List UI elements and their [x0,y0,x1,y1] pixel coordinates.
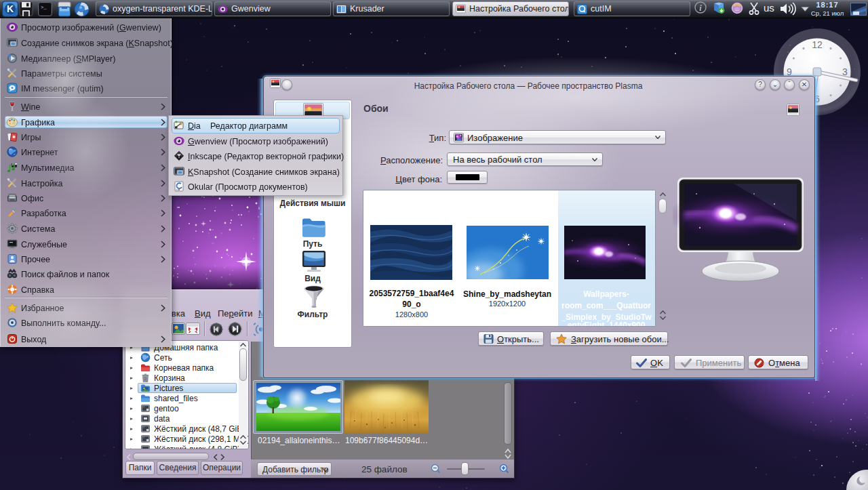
svg-text:...: ... [735,7,739,12]
svg-text:K: K [7,3,14,14]
svg-text:i: i [699,3,702,13]
svg-text:>_: >_ [41,5,47,10]
svg-text:12: 12 [812,39,823,50]
